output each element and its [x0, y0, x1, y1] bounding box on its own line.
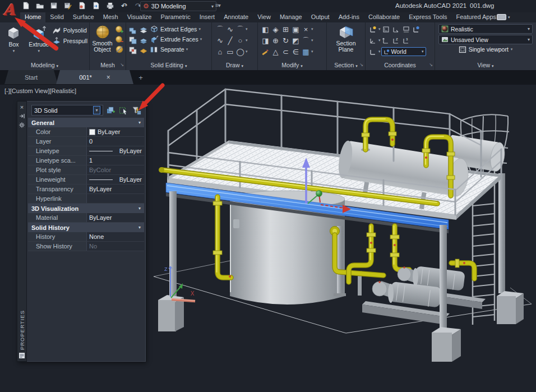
drawing-standards-icon[interactable]	[77, 1, 86, 10]
ucs-dropdown[interactable]: World ▾	[381, 47, 426, 56]
ribbon-tab[interactable]: Parametric	[156, 12, 195, 22]
ribbon-tab[interactable]: Visualize	[123, 12, 156, 22]
property-row[interactable]: Layer 0	[28, 137, 144, 146]
ribbon-tab[interactable]: Insert	[195, 12, 220, 22]
array-icon[interactable]: ⊕	[271, 36, 280, 45]
property-row[interactable]: Transparency ByLayer	[28, 185, 144, 194]
spline-icon[interactable]: ∿	[215, 36, 225, 45]
line-icon[interactable]: ╱	[225, 36, 235, 45]
left-leg[interactable]	[158, 191, 184, 331]
rear-leg[interactable]	[497, 173, 524, 324]
ucs-object-icon[interactable]	[401, 25, 411, 34]
close-icon[interactable]: ×	[20, 104, 24, 113]
offset-icon[interactable]: ⊂	[281, 47, 290, 56]
thicken-icon[interactable]	[138, 36, 148, 45]
undo-icon[interactable]: ↶▾	[119, 1, 128, 10]
panel-label-coordinates[interactable]: Coordinates↘	[366, 61, 435, 70]
polyline-icon[interactable]: ∿	[225, 25, 235, 34]
scale-icon[interactable]: ◩	[291, 36, 301, 45]
file-tab-start[interactable]: Start	[4, 70, 58, 84]
polygon-icon[interactable]: ⌂	[215, 47, 225, 56]
new-tab-button[interactable]: +	[136, 73, 145, 82]
mirror-icon[interactable]: ◧	[261, 25, 270, 34]
ucs-named-icon[interactable]	[368, 47, 378, 56]
palette-title-strip[interactable]: × PROPERTIES	[17, 101, 27, 362]
extrude-faces-button[interactable]: Extrude Faces ▾	[149, 35, 202, 44]
property-row[interactable]: Linetype sca... 1	[28, 156, 144, 165]
presspull-button[interactable]: Presspull	[52, 36, 87, 45]
trim-icon[interactable]: ×	[301, 25, 311, 34]
ucs-icon[interactable]	[381, 25, 391, 34]
print-icon[interactable]	[105, 1, 114, 10]
rotate-icon[interactable]: ↻	[281, 36, 290, 45]
panel-label-view[interactable]: View ▾	[435, 61, 536, 70]
viewport-config-button[interactable]: Single viewport ▾	[457, 45, 515, 54]
quick-select-icon[interactable]	[131, 105, 142, 116]
explode-icon[interactable]: △	[271, 47, 280, 56]
save-as-icon[interactable]	[63, 1, 72, 10]
panel-label-modeling[interactable]: Modeling ▾	[0, 61, 89, 70]
select-objects-icon[interactable]	[118, 105, 129, 116]
arc-icon[interactable]: ⌒	[215, 25, 225, 34]
section-header-solid-history[interactable]: Solid History ▾	[28, 223, 144, 232]
circle-icon[interactable]: ○	[235, 36, 245, 45]
ucs-previous-icon[interactable]	[391, 25, 401, 34]
panel-launcher-icon[interactable]: ↘	[359, 61, 363, 69]
stretch-icon[interactable]: ◨	[261, 36, 270, 45]
panel-label-section[interactable]: Section ▾↘	[327, 61, 365, 70]
slice-icon[interactable]	[138, 26, 148, 35]
intersect-icon[interactable]	[128, 46, 137, 55]
panel-label-modify[interactable]: Modify ▾	[258, 61, 326, 70]
ribbon-tab[interactable]: Solid	[45, 12, 68, 22]
settings-gear-icon[interactable]	[19, 122, 25, 131]
object-type-dropdown[interactable]: 3D Solid ▾	[31, 105, 103, 116]
smooth-less-icon[interactable]	[114, 35, 124, 44]
ribbon-tab[interactable]: Manage	[275, 12, 307, 22]
auto-hide-icon[interactable]	[19, 113, 25, 122]
close-icon[interactable]: ×	[107, 73, 110, 81]
ribbon-tab[interactable]: Collaborate	[364, 12, 404, 22]
workspace-switcher[interactable]: ⚙ 3D Modeling ▾	[140, 1, 216, 11]
ribbon-tab[interactable]: Home	[20, 12, 45, 22]
copy-icon[interactable]: ▣	[291, 25, 301, 34]
file-tab-active[interactable]: 001* ×	[56, 70, 133, 84]
property-row[interactable]: Lineweight ByLayer	[28, 175, 144, 185]
ribbon-tab[interactable]: Featured Apps	[452, 12, 501, 22]
ribbon-minimize-button[interactable]: ▾	[497, 14, 510, 20]
union-icon[interactable]	[128, 26, 137, 35]
3d-align-icon[interactable]: ◈	[271, 25, 280, 34]
panel-launcher-icon[interactable]: ↘	[120, 61, 124, 69]
move-icon[interactable]: ⊞	[281, 25, 290, 34]
panel-label-solid-editing[interactable]: Solid Editing ▾	[126, 61, 211, 70]
open-folder-icon[interactable]	[35, 1, 44, 10]
ellipse-icon[interactable]: ◯	[235, 47, 245, 56]
polysolid-button[interactable]: Polysolid	[52, 26, 87, 35]
ribbon-tab[interactable]: Add-ins	[334, 12, 364, 22]
ucs-z-axis-icon[interactable]: Z	[391, 36, 401, 45]
ribbon-tab[interactable]: Express Tools	[404, 12, 451, 22]
extract-edges-button[interactable]: Extract Edges ▾	[149, 25, 202, 34]
model-canvas[interactable]: .r{stroke:#aaafb6;stroke-width:2.3;fill:…	[146, 81, 536, 373]
rectangle-icon[interactable]: ▭	[225, 47, 235, 56]
section-plane-button[interactable]: Section Plane	[331, 24, 361, 61]
panel-label-mesh[interactable]: Mesh↘	[90, 61, 126, 70]
smooth-more-icon[interactable]	[114, 25, 124, 34]
arc-flyout-icon[interactable]: ⌒	[235, 25, 245, 34]
box-button[interactable]: Box ▾	[2, 24, 26, 61]
ucs-world-icon[interactable]	[368, 25, 378, 34]
ribbon-tab[interactable]: Output	[307, 12, 334, 22]
fillet-icon[interactable]: ⌒	[301, 36, 311, 45]
section-header-general[interactable]: General ▾	[28, 118, 144, 127]
join-icon[interactable]: ∈	[291, 47, 301, 56]
ribbon-tab[interactable]: Annotate	[219, 12, 253, 22]
palette-menu-icon[interactable]	[19, 352, 25, 361]
subtract-icon[interactable]	[128, 36, 137, 45]
export-icon[interactable]	[91, 1, 100, 10]
smooth-object-button[interactable]: Smooth Object	[91, 24, 113, 61]
pattern-icon[interactable]: ▦	[301, 47, 311, 56]
ucs-z-icon[interactable]	[381, 36, 391, 45]
autocad-logo[interactable]: A	[3, 1, 20, 22]
shell-icon[interactable]	[138, 46, 148, 55]
named-view-dropdown[interactable]: Unsaved View ▾	[438, 35, 533, 44]
property-row[interactable]: Plot style ByColor	[28, 165, 144, 175]
